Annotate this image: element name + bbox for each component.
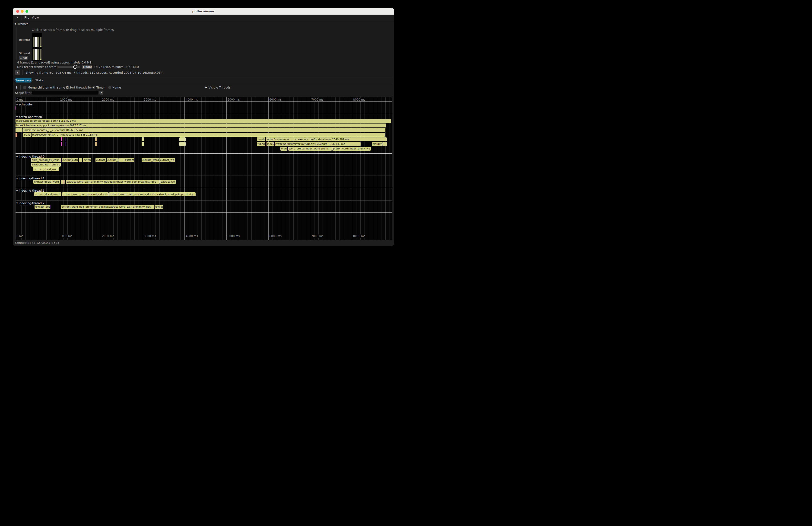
flame-bar[interactable]: extract_word_pair_proximity_docids::extr…: [109, 192, 195, 196]
frame-mini-bar[interactable]: [33, 49, 34, 60]
flame-bar[interactable]: typed_chunk::w: [257, 142, 265, 146]
flame-bar[interactable]: prefix_word::index_prefix_wo: [332, 147, 371, 151]
traffic-lights: [16, 10, 28, 13]
flame-tick[interactable]: [266, 142, 266, 146]
flame-tick[interactable]: [66, 137, 66, 141]
flamegraph-canvas[interactable]: 0 ms1000 ms2000 ms3000 ms4000 ms5000 ms6…: [15, 97, 392, 240]
frame-mini-bar[interactable]: [40, 49, 42, 60]
flame-bar[interactable]: [16, 128, 23, 132]
frame-mini-bar[interactable]: [35, 37, 37, 47]
flame-bar[interactable]: extract_doc: [34, 205, 50, 209]
clear-frames-button[interactable]: Clear: [19, 56, 28, 60]
thread-header-indexing-thread:0[interactable]: ▼indexing-thread:0: [16, 155, 46, 158]
flame-bar[interactable]: extract: [62, 158, 71, 162]
merge-children-checkbox[interactable]: [24, 86, 26, 89]
frame-mini-bar[interactable]: [37, 49, 39, 60]
flame-bar[interactable]: [79, 158, 82, 162]
flame-bar[interactable]: extract::data_from_ob: [31, 163, 61, 166]
flame-bar[interactable]: split_grenad_by_chun: [31, 158, 61, 162]
flame-tick[interactable]: [61, 137, 62, 141]
help-button[interactable]: ?: [16, 86, 17, 89]
slowest-frames-thumbnail[interactable]: [32, 48, 42, 61]
sort-name-radio[interactable]: [108, 86, 111, 89]
visible-threads-label[interactable]: Visible Threads: [208, 86, 231, 89]
flame-bar[interactable]: receive_typed_: [257, 137, 265, 141]
frame-mini-bar[interactable]: [40, 37, 42, 47]
flame-bar[interactable]: extra: [71, 158, 78, 162]
flame-bar[interactable]: extract_wo: [159, 158, 175, 162]
thread-header-indexing-thread:2[interactable]: ▼indexing-thread:2: [16, 201, 46, 205]
frames-collapse-icon[interactable]: ▼: [15, 23, 16, 25]
flame-tick[interactable]: [66, 142, 66, 146]
thread-header-indexing-thread:1[interactable]: ▼indexing-thread:1: [16, 177, 46, 180]
thread-header-batch-operation[interactable]: ▼batch-operation: [16, 115, 43, 119]
flame-bar[interactable]: word_prefix::index_word_prefix: [288, 147, 332, 151]
sort-time-label[interactable]: Time: [97, 86, 104, 89]
flame-bar[interactable]: extract_: [96, 158, 106, 162]
flame-tick[interactable]: [61, 158, 61, 162]
flame-tick[interactable]: [61, 142, 62, 146]
flame-bar[interactable]: extract_word: [142, 158, 159, 162]
flame-bar[interactable]: IndexScheduler>::process_batch 8953.821 …: [16, 119, 391, 123]
flame-tick[interactable]: [274, 142, 274, 146]
flame-bar[interactable]: extrac: [83, 158, 91, 162]
flame-bar[interactable]: extract_: [106, 158, 118, 162]
theme-sun-icon[interactable]: ☀: [16, 16, 18, 19]
visible-threads-collapse-icon[interactable]: ▶: [205, 86, 207, 88]
flame-bar[interactable]: [142, 142, 144, 146]
flame-bar[interactable]: IndexScheduler>::apply_index_operation 8…: [16, 123, 386, 128]
flame-tick[interactable]: [95, 142, 97, 146]
menu-file[interactable]: File: [24, 16, 29, 19]
flame-tick[interactable]: [95, 137, 97, 141]
flame-bar[interactable]: extrac: [155, 205, 163, 209]
flame-tick[interactable]: [16, 133, 17, 137]
sort-name-label[interactable]: Name: [112, 86, 121, 89]
close-window-button[interactable]: [16, 10, 19, 13]
flame-bar[interactable]: [383, 142, 387, 146]
flame-bar[interactable]: [61, 180, 63, 184]
flame-bar[interactable]: index: [266, 142, 274, 146]
flame-tick[interactable]: [16, 106, 16, 109]
flame-bar[interactable]: extract_docid_word: [34, 192, 61, 196]
flame-bar[interactable]: extract_docid_word: [33, 167, 59, 171]
flame-bar[interactable]: [118, 158, 124, 162]
thread-header-scheduler[interactable]: ▼scheduler: [16, 103, 34, 106]
flame-bar[interactable]: extract_word_pair_proximity_docids::extr…: [61, 205, 154, 209]
flame-bar[interactable]: WordPr: [372, 142, 382, 146]
flame-bar[interactable]: [142, 137, 144, 141]
flame-bar[interactable]: extract: [124, 158, 134, 162]
minimize-window-button[interactable]: [21, 10, 24, 13]
flame-bar[interactable]: IndexDocuments<_, _>::execute 8656.677 m…: [23, 128, 386, 132]
flame-bar[interactable]: extract_wo: [160, 180, 176, 184]
frame-mini-bar[interactable]: [37, 37, 39, 47]
sort-time-radio[interactable]: [92, 86, 95, 89]
flame-bar[interactable]: PrefixWordPairsProximityDocids::execute …: [275, 142, 361, 146]
tab-flamegraph[interactable]: Flamegraph: [16, 78, 31, 83]
thread-header-indexing-thread:3[interactable]: ▼indexing-thread:3: [16, 189, 46, 192]
flame-bar[interactable]: [179, 137, 186, 141]
flame-tick[interactable]: [63, 180, 64, 184]
flame-tick[interactable]: [50, 205, 51, 209]
flame-bar[interactable]: [179, 142, 186, 146]
flame-tick[interactable]: [288, 147, 288, 151]
max-frames-value[interactable]: 18000: [82, 65, 92, 69]
flame-bar[interactable]: IndexDocuments<_, _>::execute_raw 8459.1…: [31, 133, 385, 137]
flame-bar[interactable]: IndexDocuments<_, _>::execute_prefix_dat…: [266, 137, 387, 141]
zoom-window-button[interactable]: [26, 10, 28, 13]
scope-filter-input[interactable]: [32, 91, 98, 94]
frame-mini-bar[interactable]: [35, 49, 37, 60]
menu-view[interactable]: View: [32, 16, 39, 19]
flame-bar[interactable]: extract_docid_word: [33, 180, 60, 184]
flame-bar[interactable]: extract_word_pair_proximity_docids: [62, 192, 109, 196]
merge-children-label[interactable]: Merge children with same ID: [28, 86, 69, 89]
flame-bar[interactable]: Trans: [23, 133, 31, 137]
sort-direction-arrow-icon[interactable]: ↓: [104, 86, 106, 89]
flame-bar[interactable]: extract_word_pair_proximity_docids::extr…: [66, 180, 160, 184]
clear-filter-button[interactable]: x: [99, 91, 103, 94]
flame-tick[interactable]: [64, 180, 66, 184]
frame-mini-bar[interactable]: [33, 37, 34, 47]
play-button[interactable]: ▶: [15, 70, 20, 75]
tab-stats[interactable]: Stats: [35, 78, 43, 82]
max-frames-slider-knob[interactable]: [73, 65, 77, 69]
flame-bar[interactable]: Word: [280, 147, 287, 151]
